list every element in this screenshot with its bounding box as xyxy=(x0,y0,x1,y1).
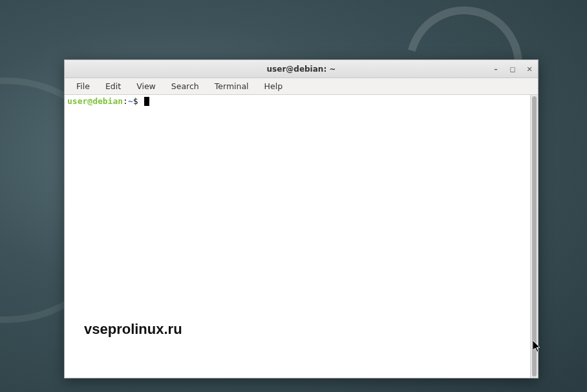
terminal-window: user@debian: ~ – ◻ ✕ File Edit View Sear… xyxy=(64,59,539,378)
menu-edit[interactable]: Edit xyxy=(99,79,127,93)
prompt-userhost: user@debian xyxy=(67,96,123,106)
prompt-symbol: $ xyxy=(133,96,138,106)
scrollbar-thumb[interactable] xyxy=(532,96,537,377)
menu-terminal[interactable]: Terminal xyxy=(208,79,255,93)
menubar: File Edit View Search Terminal Help xyxy=(65,78,538,95)
vertical-scrollbar[interactable] xyxy=(530,95,538,378)
close-button[interactable]: ✕ xyxy=(525,65,534,74)
menu-view[interactable]: View xyxy=(130,79,162,93)
terminal-area[interactable]: user@debian:~$ vseprolinux.ru xyxy=(65,95,538,378)
maximize-button[interactable]: ◻ xyxy=(508,65,517,74)
menu-file[interactable]: File xyxy=(70,79,96,93)
prompt-path: ~ xyxy=(128,96,133,106)
prompt-separator: : xyxy=(123,96,128,106)
mouse-cursor-icon xyxy=(533,340,542,353)
window-title: user@debian: ~ xyxy=(267,65,336,74)
window-controls: – ◻ ✕ xyxy=(491,60,534,78)
watermark-text: vseprolinux.ru xyxy=(84,320,182,339)
titlebar[interactable]: user@debian: ~ – ◻ ✕ xyxy=(65,60,538,78)
minimize-button[interactable]: – xyxy=(491,65,500,74)
terminal-content[interactable]: user@debian:~$ vseprolinux.ru xyxy=(65,95,530,378)
terminal-cursor xyxy=(144,97,149,106)
menu-help[interactable]: Help xyxy=(258,79,290,93)
menu-search[interactable]: Search xyxy=(165,79,206,93)
